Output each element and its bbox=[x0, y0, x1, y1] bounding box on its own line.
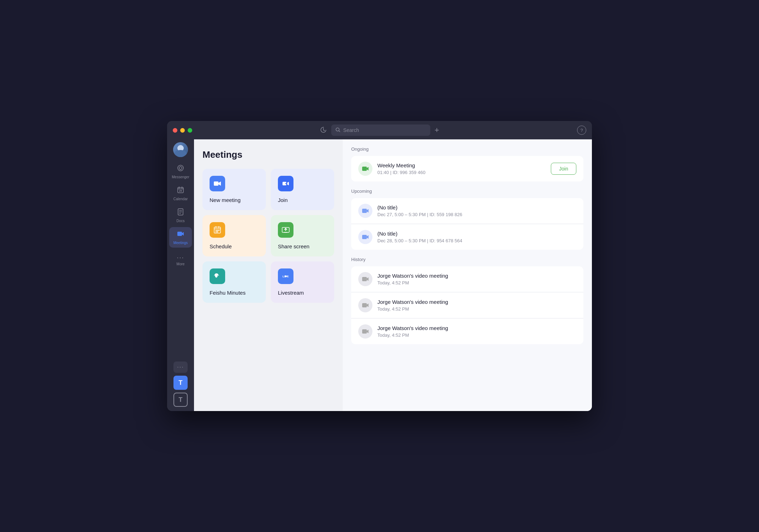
ongoing-meeting-row: Weekly Meeting 01:40 | ID: 996 359 460 J… bbox=[351, 156, 583, 181]
svg-line-1 bbox=[339, 131, 340, 132]
ongoing-card: Weekly Meeting 01:40 | ID: 996 359 460 J… bbox=[351, 156, 583, 181]
livestream-icon: LIVE bbox=[278, 268, 293, 284]
svg-point-2 bbox=[178, 165, 183, 171]
sidebar-item-messenger[interactable]: Messenger bbox=[169, 161, 192, 182]
left-panel: Meetings New meeting bbox=[194, 139, 343, 411]
feishu-minutes-label: Feishu Minutes bbox=[210, 290, 246, 296]
ongoing-meeting-info: Weekly Meeting 01:40 | ID: 996 359 460 bbox=[377, 162, 546, 175]
more-dots-icon: ··· bbox=[177, 254, 184, 261]
svg-text:29: 29 bbox=[179, 190, 182, 192]
meetings-icon bbox=[177, 230, 184, 239]
svg-rect-34 bbox=[362, 235, 367, 239]
history-title-1: Jorge Watson's video meeting bbox=[377, 299, 576, 305]
help-button[interactable]: ? bbox=[577, 126, 586, 135]
svg-rect-33 bbox=[362, 209, 367, 213]
sidebar-item-meetings[interactable]: Meetings bbox=[169, 227, 192, 248]
share-screen-label: Share screen bbox=[278, 243, 309, 249]
new-meeting-icon bbox=[210, 176, 225, 191]
livestream-card[interactable]: LIVE Livestream bbox=[271, 261, 334, 303]
more-label: More bbox=[177, 262, 185, 266]
sidebar-item-meetings-label: Meetings bbox=[173, 241, 188, 245]
upcoming-meeting-row-1: (No title) Dec 28, 5:00 – 5:30 PM | ID: … bbox=[351, 224, 583, 250]
upcoming-meeting-avatar-1 bbox=[358, 230, 372, 244]
history-sub-2: Today, 4:52 PM bbox=[377, 332, 576, 338]
svg-rect-22 bbox=[217, 230, 218, 231]
svg-rect-32 bbox=[362, 167, 367, 171]
join-label: Join bbox=[278, 197, 288, 203]
feishu-minutes-icon bbox=[210, 268, 225, 284]
feishu-minutes-card[interactable]: Feishu Minutes bbox=[202, 261, 266, 303]
upcoming-meeting-row-0: (No title) Dec 27, 5:00 – 5:30 PM | ID: … bbox=[351, 198, 583, 224]
main-area: Messenger 29 Calendar bbox=[167, 139, 592, 411]
history-info-2: Jorge Watson's video meeting Today, 4:52… bbox=[377, 325, 576, 338]
history-row-0: Jorge Watson's video meeting Today, 4:52… bbox=[351, 266, 583, 292]
docs-icon bbox=[177, 208, 184, 218]
schedule-card[interactable]: Schedule bbox=[202, 215, 266, 256]
upcoming-section-title: Upcoming bbox=[351, 189, 583, 194]
share-screen-icon bbox=[278, 222, 293, 238]
traffic-lights bbox=[173, 128, 192, 133]
history-title-0: Jorge Watson's video meeting bbox=[377, 273, 576, 279]
content-area: Meetings New meeting bbox=[194, 139, 592, 411]
upcoming-meeting-sub-0: Dec 27, 5:00 – 5:30 PM | ID: 559 198 826 bbox=[377, 212, 576, 217]
history-sub-1: Today, 4:52 PM bbox=[377, 306, 576, 312]
join-icon bbox=[278, 176, 293, 191]
ongoing-meeting-sub: 01:40 | ID: 996 359 460 bbox=[377, 170, 546, 175]
join-card[interactable]: Join bbox=[271, 169, 334, 210]
sidebar-item-messenger-label: Messenger bbox=[172, 175, 189, 179]
titlebar-center: Search + bbox=[320, 125, 439, 136]
svg-rect-37 bbox=[362, 329, 367, 334]
extra-dots-button[interactable]: ··· bbox=[173, 362, 188, 373]
history-title-2: Jorge Watson's video meeting bbox=[377, 325, 576, 331]
sidebar-item-calendar-label: Calendar bbox=[173, 197, 188, 201]
maximize-button[interactable] bbox=[188, 128, 192, 133]
app-window: Search + ? Messenger bbox=[167, 121, 592, 411]
add-button[interactable]: + bbox=[435, 126, 439, 134]
svg-rect-25 bbox=[217, 231, 218, 232]
upcoming-meeting-info-1: (No title) Dec 28, 5:00 – 5:30 PM | ID: … bbox=[377, 231, 576, 243]
search-placeholder: Search bbox=[343, 127, 359, 133]
history-avatar-0 bbox=[358, 272, 372, 286]
titlebar: Search + ? bbox=[167, 121, 592, 139]
join-meeting-button[interactable]: Join bbox=[551, 163, 576, 175]
upcoming-card: (No title) Dec 27, 5:00 – 5:30 PM | ID: … bbox=[351, 198, 583, 250]
search-icon bbox=[336, 127, 341, 133]
history-card: Jorge Watson's video meeting Today, 4:52… bbox=[351, 266, 583, 344]
sidebar-item-more[interactable]: ··· More bbox=[169, 251, 192, 269]
history-section-title: History bbox=[351, 257, 583, 262]
schedule-icon bbox=[210, 222, 225, 238]
upcoming-meeting-title-0: (No title) bbox=[377, 204, 576, 210]
svg-rect-35 bbox=[362, 277, 367, 281]
upcoming-meeting-sub-1: Dec 28, 5:00 – 5:30 PM | ID: 954 678 564 bbox=[377, 238, 576, 243]
avatar[interactable] bbox=[173, 142, 188, 157]
minimize-button[interactable] bbox=[180, 128, 185, 133]
sidebar-item-docs[interactable]: Docs bbox=[169, 205, 192, 226]
titlebar-right: ? bbox=[577, 126, 586, 135]
sidebar: Messenger 29 Calendar bbox=[167, 139, 194, 411]
actions-grid: New meeting Join bbox=[202, 169, 334, 303]
sidebar-item-calendar[interactable]: 29 Calendar bbox=[169, 183, 192, 204]
t-outline-button[interactable]: T bbox=[173, 393, 188, 407]
history-info-0: Jorge Watson's video meeting Today, 4:52… bbox=[377, 273, 576, 285]
calendar-icon: 29 bbox=[177, 186, 184, 196]
t-blue-button[interactable]: T bbox=[173, 376, 188, 390]
svg-rect-13 bbox=[214, 181, 218, 186]
svg-rect-12 bbox=[177, 232, 182, 236]
history-button[interactable] bbox=[320, 126, 327, 134]
svg-rect-24 bbox=[216, 231, 217, 232]
upcoming-meeting-title-1: (No title) bbox=[377, 231, 576, 237]
livestream-label: Livestream bbox=[278, 290, 304, 296]
search-bar[interactable]: Search bbox=[331, 125, 430, 136]
history-sub-0: Today, 4:52 PM bbox=[377, 280, 576, 285]
upcoming-meeting-info-0: (No title) Dec 27, 5:00 – 5:30 PM | ID: … bbox=[377, 204, 576, 217]
history-row-2: Jorge Watson's video meeting Today, 4:52… bbox=[351, 319, 583, 344]
history-row-1: Jorge Watson's video meeting Today, 4:52… bbox=[351, 293, 583, 318]
share-screen-card[interactable]: Share screen bbox=[271, 215, 334, 256]
messenger-icon bbox=[177, 164, 184, 174]
close-button[interactable] bbox=[173, 128, 177, 133]
ongoing-meeting-title: Weekly Meeting bbox=[377, 162, 546, 168]
new-meeting-label: New meeting bbox=[210, 197, 241, 203]
new-meeting-card[interactable]: New meeting bbox=[202, 169, 266, 210]
svg-rect-23 bbox=[218, 230, 219, 231]
ongoing-section-title: Ongoing bbox=[351, 146, 583, 152]
